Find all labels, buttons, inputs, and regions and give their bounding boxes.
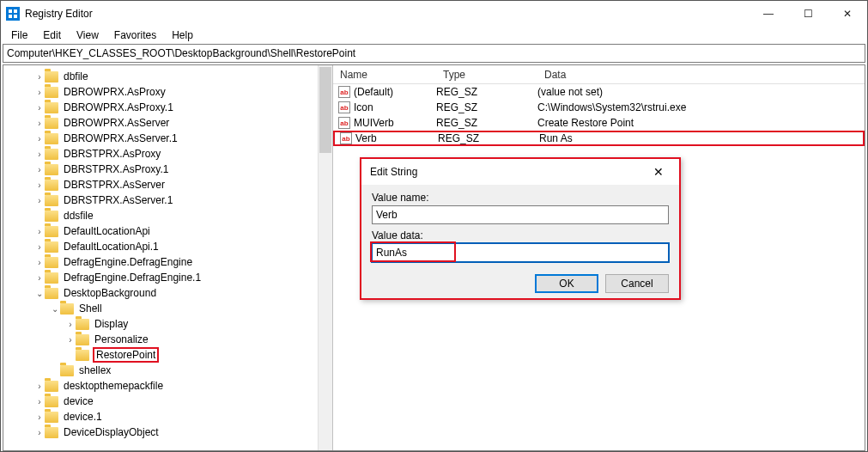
col-data[interactable]: Data <box>537 69 865 81</box>
folder-icon <box>45 226 58 237</box>
value-type: REG_SZ <box>436 117 537 129</box>
col-name[interactable]: Name <box>333 69 436 81</box>
tree[interactable]: dbfileDBROWPRX.AsProxyDBROWPRX.AsProxy.1… <box>3 65 332 443</box>
expander-icon[interactable] <box>34 397 45 406</box>
value-row[interactable]: (Default)REG_SZ(value not set) <box>333 84 865 100</box>
folder-icon <box>45 71 58 82</box>
value-data: Run As <box>539 132 863 144</box>
expander-icon[interactable] <box>34 88 45 97</box>
tree-item[interactable]: DefragEngine.DefragEngine <box>3 254 332 270</box>
menu-file[interactable]: File <box>4 27 34 43</box>
menubar: File Edit View Favorites Help <box>1 27 867 44</box>
tree-item[interactable]: ddsfile <box>3 208 332 223</box>
expander-icon[interactable] <box>34 273 45 283</box>
expander-icon[interactable] <box>34 72 45 82</box>
titlebar[interactable]: Registry Editor — ☐ ✕ <box>1 1 867 27</box>
tree-item[interactable]: DBRSTPRX.AsProxy.1 <box>3 162 332 177</box>
tree-item-label: DBROWPRX.AsServer.1 <box>62 132 179 144</box>
menu-edit[interactable]: Edit <box>36 27 68 43</box>
expander-icon[interactable] <box>34 289 45 298</box>
tree-item-label: DefaultLocationApi <box>62 225 152 237</box>
ok-button[interactable]: OK <box>535 274 598 293</box>
tree-item[interactable]: DBROWPRX.AsProxy.1 <box>3 100 332 115</box>
expander-icon[interactable] <box>34 180 45 190</box>
expander-icon[interactable] <box>65 335 76 345</box>
svg-rect-1 <box>14 9 17 13</box>
expander-icon[interactable] <box>65 320 76 329</box>
tree-item[interactable]: Personalize <box>3 332 332 347</box>
maximize-button[interactable]: ☐ <box>788 1 828 27</box>
tree-item[interactable]: DBRSTPRX.AsProxy <box>3 146 332 162</box>
tree-item[interactable]: RestorePoint <box>3 347 332 363</box>
menu-favorites[interactable]: Favorites <box>107 27 163 43</box>
cancel-button[interactable]: Cancel <box>605 274 669 293</box>
tree-item[interactable]: dbfile <box>3 69 332 84</box>
expander-icon[interactable] <box>34 196 45 205</box>
tree-item[interactable]: DBRSTPRX.AsServer <box>3 177 332 192</box>
close-button[interactable]: ✕ <box>828 1 867 27</box>
tree-item-label: DBRSTPRX.AsProxy <box>62 148 162 160</box>
values-list[interactable]: (Default)REG_SZ(value not set)IconREG_SZ… <box>333 84 865 146</box>
expander-icon[interactable] <box>34 119 45 128</box>
folder-icon <box>45 396 58 407</box>
tree-item[interactable]: DefaultLocationApi <box>3 223 332 239</box>
tree-item[interactable]: DeviceDisplayObject <box>3 425 332 440</box>
value-row[interactable]: MUIVerbREG_SZCreate Restore Point <box>333 115 865 131</box>
expander-icon[interactable] <box>34 382 45 391</box>
folder-icon <box>45 118 58 129</box>
tree-item-label: DBROWPRX.AsProxy <box>62 86 167 98</box>
folder-icon <box>45 149 58 160</box>
dialog-titlebar[interactable]: Edit String ✕ <box>361 159 679 185</box>
expander-icon[interactable] <box>34 242 45 252</box>
tree-item-label: DBRSTPRX.AsServer.1 <box>62 194 174 206</box>
tree-item[interactable]: DBROWPRX.AsServer.1 <box>3 131 332 146</box>
scrollbar-thumb[interactable] <box>319 67 331 153</box>
tree-item-label: device <box>62 395 95 407</box>
tree-item[interactable]: desktopthemepackfile <box>3 378 332 394</box>
svg-rect-2 <box>9 15 12 18</box>
value-type: REG_SZ <box>436 86 537 98</box>
value-data: Create Restore Point <box>537 117 865 129</box>
tree-item-label: DeviceDisplayObject <box>62 426 161 438</box>
tree-scrollbar[interactable] <box>318 65 332 450</box>
expander-icon[interactable] <box>50 304 60 314</box>
value-row[interactable]: IconREG_SZC:\Windows\System32\rstrui.exe <box>333 100 865 115</box>
col-type[interactable]: Type <box>436 69 537 81</box>
minimize-button[interactable]: — <box>749 1 788 27</box>
tree-item[interactable]: Shell <box>3 301 332 316</box>
tree-item[interactable]: DBRSTPRX.AsServer.1 <box>3 192 332 208</box>
tree-item-label: desktopthemepackfile <box>62 380 165 392</box>
dialog-title: Edit String <box>370 166 646 178</box>
expander-icon[interactable] <box>34 227 45 236</box>
expander-icon[interactable] <box>34 428 45 437</box>
tree-item[interactable]: DesktopBackground <box>3 285 332 301</box>
tree-item[interactable]: device <box>3 394 332 409</box>
tree-item[interactable]: DBROWPRX.AsServer <box>3 115 332 131</box>
expander-icon[interactable] <box>34 134 45 144</box>
tree-item[interactable]: device.1 <box>3 409 332 425</box>
menu-help[interactable]: Help <box>165 27 200 43</box>
value-name-input[interactable] <box>372 205 669 224</box>
tree-item[interactable]: shellex <box>3 363 332 378</box>
expander-icon[interactable] <box>34 258 45 267</box>
menu-view[interactable]: View <box>70 27 106 43</box>
dialog-close-button[interactable]: ✕ <box>646 165 671 179</box>
expander-icon[interactable] <box>34 103 45 113</box>
expander-icon[interactable] <box>34 412 45 422</box>
tree-item[interactable]: DBROWPRX.AsProxy <box>3 84 332 100</box>
dialog-buttons: OK Cancel <box>361 267 679 300</box>
folder-icon <box>60 365 74 376</box>
folder-icon <box>45 412 58 423</box>
tree-item-label: DBROWPRX.AsServer <box>62 117 171 129</box>
tree-item[interactable]: Display <box>3 316 332 332</box>
folder-icon <box>45 195 58 206</box>
tree-item[interactable]: DefaultLocationApi.1 <box>3 239 332 254</box>
value-row[interactable]: VerbREG_SZRun As <box>333 131 865 146</box>
expander-icon[interactable] <box>34 165 45 174</box>
value-data-input[interactable] <box>372 243 669 262</box>
address-text: Computer\HKEY_CLASSES_ROOT\DesktopBackgr… <box>7 47 355 59</box>
address-bar[interactable]: Computer\HKEY_CLASSES_ROOT\DesktopBackgr… <box>3 44 865 63</box>
expander-icon[interactable] <box>34 150 45 159</box>
app-icon <box>6 7 20 21</box>
tree-item[interactable]: DefragEngine.DefragEngine.1 <box>3 270 332 285</box>
